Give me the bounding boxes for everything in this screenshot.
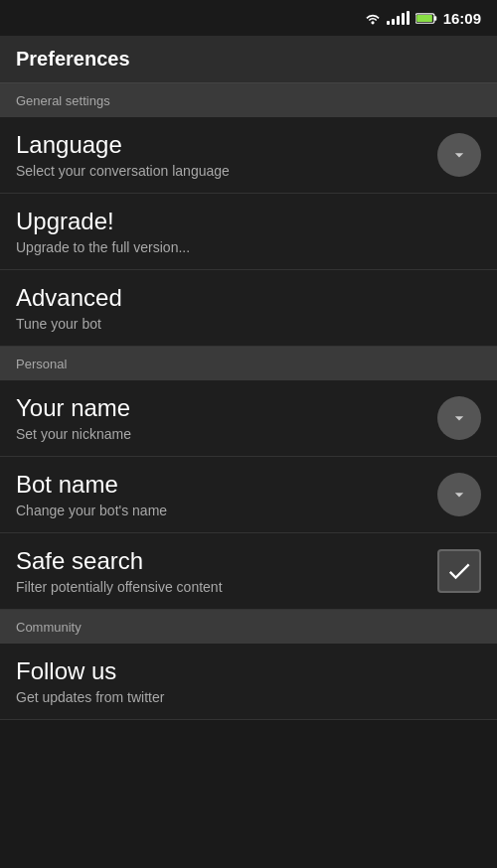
dropdown-btn-bot-name[interactable]	[437, 473, 481, 516]
list-item-language[interactable]: Language Select your conversation langua…	[0, 117, 497, 194]
item-subtitle-your-name: Set your nickname	[16, 426, 437, 442]
item-text-advanced: Advanced Tune your bot	[16, 284, 481, 332]
section-label-personal: Personal	[16, 357, 67, 371]
wifi-icon	[365, 11, 381, 25]
battery-icon	[415, 12, 437, 25]
item-subtitle-language: Select your conversation language	[16, 163, 437, 179]
item-text-language: Language Select your conversation langua…	[16, 131, 437, 179]
page-title: Preferences	[16, 48, 130, 70]
section-header-community: Community	[0, 610, 497, 644]
dropdown-btn-your-name[interactable]	[437, 396, 481, 440]
section-label-general: General settings	[16, 93, 110, 108]
item-text-follow-us: Follow us Get updates from twitter	[16, 657, 481, 705]
item-title-language: Language	[16, 131, 437, 159]
item-text-safe-search: Safe search Filter potentially offensive…	[16, 547, 437, 595]
app-header: Preferences	[0, 36, 497, 83]
item-title-advanced: Advanced	[16, 284, 481, 312]
svg-rect-2	[416, 14, 432, 21]
item-title-follow-us: Follow us	[16, 657, 481, 685]
item-subtitle-advanced: Tune your bot	[16, 316, 481, 332]
signal-icon	[387, 11, 410, 25]
item-text-your-name: Your name Set your nickname	[16, 394, 437, 442]
item-subtitle-bot-name: Change your bot's name	[16, 503, 437, 518]
section-header-personal: Personal	[0, 347, 497, 380]
list-item-follow-us[interactable]: Follow us Get updates from twitter	[0, 644, 497, 720]
list-item-bot-name[interactable]: Bot name Change your bot's name	[0, 457, 497, 533]
checkbox-btn-safe-search[interactable]	[437, 549, 481, 593]
item-title-bot-name: Bot name	[16, 471, 437, 499]
item-title-safe-search: Safe search	[16, 547, 437, 575]
section-header-general: General settings	[0, 83, 497, 117]
item-title-your-name: Your name	[16, 394, 437, 422]
list-item-upgrade[interactable]: Upgrade! Upgrade to the full version...	[0, 194, 497, 270]
status-icons: 16:09	[365, 10, 481, 27]
list-item-safe-search[interactable]: Safe search Filter potentially offensive…	[0, 533, 497, 610]
item-subtitle-follow-us: Get updates from twitter	[16, 689, 481, 705]
item-subtitle-safe-search: Filter potentially offensive content	[16, 579, 437, 595]
dropdown-btn-language[interactable]	[437, 133, 481, 177]
item-text-bot-name: Bot name Change your bot's name	[16, 471, 437, 518]
item-text-upgrade: Upgrade! Upgrade to the full version...	[16, 208, 481, 255]
preferences-content: General settings Language Select your co…	[0, 83, 497, 720]
list-item-advanced[interactable]: Advanced Tune your bot	[0, 270, 497, 347]
status-bar: 16:09	[0, 0, 497, 36]
item-title-upgrade: Upgrade!	[16, 208, 481, 235]
svg-rect-1	[433, 16, 435, 21]
status-time: 16:09	[443, 10, 481, 27]
list-item-your-name[interactable]: Your name Set your nickname	[0, 380, 497, 457]
item-subtitle-upgrade: Upgrade to the full version...	[16, 239, 481, 255]
section-label-community: Community	[16, 620, 82, 635]
